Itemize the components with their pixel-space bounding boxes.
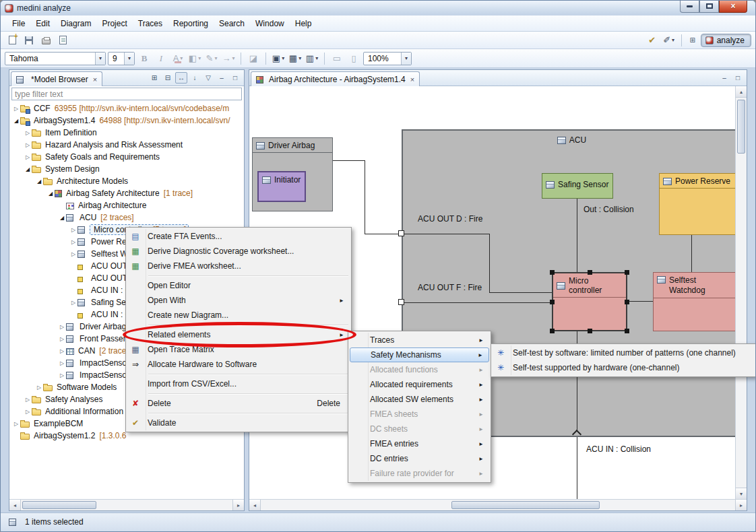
scroll-down-icon[interactable]: ▾ [736,488,747,499]
link-with-editor-button[interactable]: ↔ [175,72,187,84]
submenu-item-safety-mechanisms[interactable]: Safety Mechanisms► [350,347,489,362]
scroll-right-icon[interactable]: ▸ [232,500,244,510]
open-perspective-button[interactable]: ⊞ [687,34,699,46]
layout-button[interactable]: ▥▾ [305,51,319,66]
block-safing-sensor[interactable]: Safing Sensor [542,173,613,199]
select-mode-button[interactable]: ▣▾ [271,51,286,66]
label-acu-out-d[interactable]: ACU OUT D : Fire [418,214,482,224]
tree-item-ccf[interactable]: ▷CCF63955 [http://svn.ikv-intern.local/s… [9,102,244,114]
arrow-style-button[interactable]: →▾ [221,51,236,66]
trace-wand-button[interactable]: ✐▾ [662,33,676,48]
tree-expand-arrow[interactable]: ▷ [24,154,32,160]
print-button[interactable] [38,33,53,48]
menu-traces[interactable]: Traces [133,17,167,30]
context-menu-item-open-trace-matrix[interactable]: Open Trace Matrix [127,342,350,357]
export-button[interactable] [55,33,70,48]
submenu-item-allocated-requirements[interactable]: Allocated requirements► [350,377,489,392]
close-tab-icon[interactable]: × [410,75,414,84]
tree-expand-arrow[interactable]: ▷ [24,397,32,403]
tree-expand-arrow[interactable]: ▷ [24,142,32,148]
submenu-item-dc-entries[interactable]: DC entries► [350,451,489,466]
maximize-button[interactable] [699,1,719,13]
tree-expand-arrow[interactable]: ▷ [58,360,66,366]
fill-color-button[interactable]: ◧▾ [187,51,202,66]
tree-expand-arrow[interactable]: ▷ [58,324,66,330]
tree-item-hazard-analysis-and-risk-assessment[interactable]: ▷Hazard Analysis and Risk Assessment [9,139,244,151]
align-button[interactable]: ▭ [329,51,344,66]
block-selftest-watchdog[interactable]: Selftest Watchdog [653,272,735,331]
tree-expand-arrow[interactable]: ▷ [69,251,77,257]
close-tab-icon[interactable]: × [93,75,97,84]
combo-arrow-icon[interactable]: ▾ [124,53,134,65]
selection-handle[interactable] [588,270,592,275]
context-menu-item-delete[interactable]: DeleteDelete [127,396,350,411]
menu-help[interactable]: Help [290,17,317,30]
selection-handle[interactable] [625,270,629,275]
tree-collapse-arrow[interactable]: ◢ [35,178,43,185]
scrollbar-thumb[interactable] [737,100,745,154]
close-button[interactable]: × [719,1,747,13]
sort-button[interactable]: ↓ [189,72,201,84]
tab-model-browser[interactable]: *Model Browser × [11,71,102,86]
maximize-panel-button[interactable]: □ [229,72,241,84]
diagram-vscrollbar[interactable]: ▴ ▾ [735,86,747,499]
grid-button[interactable]: ▦▾ [288,51,303,66]
tree-item-airbag-safety-architecture[interactable]: ◢Airbag Safety Architecture[1 trace] [9,187,244,199]
font-combo[interactable]: Tahoma▾ [5,52,106,65]
tree-item-system-design[interactable]: ◢System Design [9,163,244,175]
maximize-panel-button[interactable]: □ [732,72,744,84]
tree-expand-arrow[interactable]: ▷ [58,372,66,378]
context-menu-item-open-with[interactable]: Open With► [127,293,350,308]
scroll-left-icon[interactable]: ◂ [249,500,261,510]
context-menu-item-allocate-hardware-to-software[interactable]: Allocate Hardware to Software [127,357,350,372]
tree-collapse-arrow[interactable]: ◢ [24,166,32,172]
tree-item-safety-goals-and-requirements[interactable]: ▷Safety Goals and Requirements [9,151,244,163]
block-micro-controller[interactable]: Micro controller [552,272,627,331]
tree-expand-arrow[interactable]: ▷ [58,348,66,354]
diagram-hscrollbar[interactable]: ◂ ▸ [249,499,747,510]
combo-arrow-icon[interactable]: ▾ [401,53,411,65]
scrollbar-thumb[interactable] [22,501,96,509]
menu-window[interactable]: Window [251,17,289,30]
label-out-collision[interactable]: Out : Collision [584,205,634,214]
save-button[interactable] [22,33,36,48]
tree-expand-arrow[interactable]: ▷ [24,409,32,415]
mechanism-item-self-test-by-software-limited-number-of-patterns-one-channel[interactable]: Self-test by software: limited number of… [493,345,754,360]
tree-expand-arrow[interactable]: ▷ [69,227,77,233]
tab-airbag-architecture[interactable]: Airbag Architecture - AirbagSystem1.4 × [251,71,420,86]
new-button[interactable] [5,33,20,48]
line-color-button[interactable]: ✎▾ [204,51,219,66]
scroll-left-icon[interactable]: ◂ [9,500,21,510]
tree-item-acu[interactable]: ◢ACU[2 traces] [9,211,244,224]
submenu-item-fmea-entries[interactable]: FMEA entries► [350,436,489,451]
italic-button[interactable]: I [154,51,168,66]
tree-expand-arrow[interactable]: ▷ [69,300,77,306]
menu-reporting[interactable]: Reporting [168,17,213,30]
port-acu-out-f[interactable] [398,299,404,305]
context-menu-item-validate[interactable]: Validate [127,415,350,430]
tree-expand-arrow[interactable]: ▷ [69,239,77,245]
context-menu-item-derive-fmea-worksheet[interactable]: Derive FMEA worksheet... [127,259,350,273]
tree-collapse-arrow[interactable]: ◢ [58,215,66,221]
tree-collapse-arrow[interactable]: ◢ [12,118,20,124]
tree-expand-arrow[interactable]: ▷ [12,106,20,112]
perspective-analyze-button[interactable]: analyze [701,34,751,47]
scrollbar-thumb[interactable] [451,501,600,509]
copy-appearance-button[interactable]: ◪ [246,51,261,66]
selection-handle[interactable] [588,329,592,333]
titlebar[interactable]: medini analyze × [1,1,755,15]
context-menu-item-create-new-diagram[interactable]: Create new Diagram... [127,308,350,323]
context-menu-item-derive-diagnostic-coverage-worksheet[interactable]: Derive Diagnostic Coverage worksheet... [127,244,350,259]
zoom-combo[interactable]: 100%▾ [363,52,412,65]
tree-expand-arrow[interactable]: ▷ [35,385,43,391]
submenu-item-allocated-sw-elements[interactable]: Allocated SW elements► [350,392,489,407]
menu-diagram[interactable]: Diagram [56,17,96,30]
combo-arrow-icon[interactable]: ▾ [95,53,105,65]
context-menu-item-import-from-csv-excel[interactable]: Import from CSV/Excel... [127,376,350,391]
context-menu-item-related-elements[interactable]: Related elements► [127,327,350,342]
tree-expand-arrow[interactable]: ▷ [58,336,66,342]
tree-item-architecture-models[interactable]: ◢Architecture Models [9,175,244,187]
block-power-reserve[interactable]: Power Reserve [659,173,735,235]
collapse-all-button[interactable]: ⊟ [162,72,174,84]
font-size-combo[interactable]: 9▾ [108,52,135,65]
